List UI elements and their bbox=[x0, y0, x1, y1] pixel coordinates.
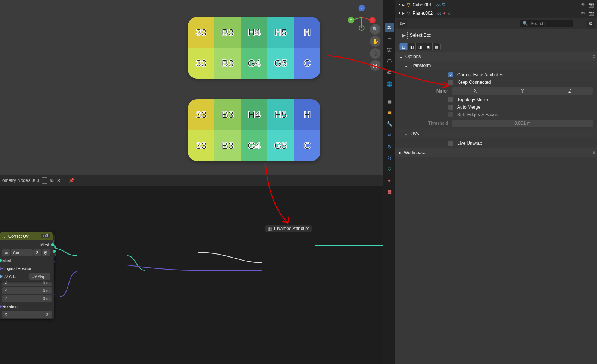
tab-object-icon[interactable]: ▣ bbox=[385, 108, 394, 117]
mesh-icon: ▽ bbox=[407, 2, 410, 8]
tab-world-icon[interactable]: 🌐 bbox=[385, 79, 394, 89]
search-icon: 🔍 bbox=[523, 21, 528, 26]
unlink-icon[interactable]: ✕ bbox=[57, 178, 61, 183]
tab-particles-icon[interactable]: ✶ bbox=[385, 130, 394, 140]
select-mode-extend[interactable]: ◧ bbox=[408, 43, 416, 50]
tab-data-icon[interactable]: ▽ bbox=[385, 164, 394, 174]
correct-face-attributes-label: Correct Face Attributes bbox=[457, 72, 503, 77]
transform-ty[interactable]: Y0 m bbox=[2, 287, 52, 294]
tab-material-icon[interactable]: ● bbox=[385, 175, 394, 185]
panel-uvs[interactable]: UVs bbox=[395, 129, 597, 138]
pan-icon[interactable]: ✋ bbox=[370, 36, 380, 47]
socket-label: Original Position bbox=[2, 266, 32, 271]
transform-tz[interactable]: Z0 m bbox=[2, 295, 52, 302]
select-mode-new[interactable]: ◻ bbox=[399, 43, 408, 50]
expand-icon[interactable]: ▸ bbox=[402, 2, 405, 8]
tag-icon: ▦ bbox=[268, 226, 272, 231]
node-group-users[interactable]: 3 bbox=[33, 249, 41, 256]
svg-text:Y: Y bbox=[350, 18, 352, 22]
eye-icon[interactable]: 👁 bbox=[581, 2, 585, 8]
tab-modifier-icon[interactable]: 🔧 bbox=[385, 119, 394, 129]
properties-tab-strip: 🛠 ▭ 🖼 🖵 🏷 🌐 ▣ ▣ 🔧 ✶ ⊚ ⛓ ▽ ● ▩ bbox=[383, 0, 395, 364]
grid-icon[interactable]: ▦ bbox=[370, 60, 380, 71]
select-mode-invert[interactable]: ▣ bbox=[424, 43, 432, 50]
pin-icon[interactable]: 📌 bbox=[69, 178, 74, 183]
socket-label: Mesh bbox=[40, 243, 50, 247]
node-links bbox=[0, 186, 383, 364]
rotation-label: Rotation: bbox=[2, 304, 19, 309]
live-unwrap-checkbox[interactable] bbox=[448, 141, 453, 146]
render-icon[interactable]: 📷 bbox=[588, 2, 594, 8]
correct-face-attributes-checkbox[interactable]: ✓ bbox=[448, 72, 453, 77]
duplicate-icon[interactable]: ⧉ bbox=[50, 178, 54, 183]
panel-transform[interactable]: Transform bbox=[395, 61, 597, 70]
node-title: Correct UV bbox=[8, 234, 29, 238]
node-canvas[interactable]: Group Input Geometry Position Position C… bbox=[0, 186, 383, 364]
panel-workspace[interactable]: ▸ Workspace⠿ bbox=[395, 148, 597, 157]
render-icon[interactable]: 📷 bbox=[588, 11, 594, 16]
mirror-x[interactable]: X bbox=[452, 87, 499, 95]
mirror-z[interactable]: Z bbox=[546, 87, 593, 95]
tab-output-icon[interactable]: 🖼 bbox=[385, 45, 394, 55]
socket-label: UV Att... bbox=[2, 274, 17, 279]
topology-mirror-checkbox[interactable] bbox=[448, 97, 453, 102]
mirror-y[interactable]: Y bbox=[499, 87, 546, 95]
tab-scene-icon[interactable]: 🏷 bbox=[385, 68, 394, 77]
threshold-field[interactable]: 0.001 m bbox=[452, 120, 593, 127]
material-icon[interactable]: ● bbox=[443, 11, 445, 16]
select-mode-strip: ◻ ◧ ◨ ▣ ▦ bbox=[395, 41, 597, 52]
rendered-object: 3333B3B3H4G4H5G5HC bbox=[188, 99, 320, 161]
mirror-axes: X Y Z bbox=[452, 87, 593, 95]
geonodes-icon[interactable]: ᔕ bbox=[437, 11, 441, 16]
outliner-item[interactable]: •▸ ▽ Cube.001 ᔕ▽ 👁📷 bbox=[399, 1, 594, 9]
outliner-item[interactable]: •▸ ▽ Plane.002 ᔕ●▽ 👁📷 bbox=[399, 9, 594, 17]
tab-collection-icon[interactable]: ▣ bbox=[385, 96, 394, 106]
tab-texture-icon[interactable]: ▩ bbox=[385, 187, 394, 196]
outliner[interactable]: •▸ ▽ Cube.001 ᔕ▽ 👁📷 •▸ ▽ Plane.002 ᔕ●▽ 👁… bbox=[395, 0, 597, 18]
transform-rx[interactable]: X0° bbox=[2, 311, 52, 318]
geonodes-icon[interactable]: ᔕ bbox=[436, 2, 441, 8]
node-group-name[interactable]: Cor... bbox=[11, 249, 33, 256]
tab-render-icon[interactable]: ▭ bbox=[385, 34, 394, 44]
modifier-icon[interactable]: ▽ bbox=[442, 2, 445, 8]
properties-panel: ⧉▾ 🔍 Search ⚙ ▶ Select Box ◻ ◧ ◨ ▣ ▦ Opt… bbox=[395, 18, 597, 364]
mesh-icon: ▽ bbox=[407, 11, 410, 16]
select-mode-intersect[interactable]: ▦ bbox=[432, 43, 441, 50]
named-attribute-tag[interactable]: ▦1 Named Attribute bbox=[265, 225, 312, 232]
select-box-icon: ▶ bbox=[400, 32, 408, 39]
tab-tool-icon[interactable]: 🛠 bbox=[385, 23, 394, 32]
outliner-item-label: Plane.002 bbox=[412, 11, 433, 16]
panel-options[interactable]: Options⠿ bbox=[395, 52, 597, 61]
svg-text:X: X bbox=[371, 18, 374, 22]
socket-label: Mesh bbox=[2, 258, 12, 263]
auto-merge-checkbox[interactable] bbox=[448, 105, 453, 110]
select-mode-subtract[interactable]: ◨ bbox=[416, 43, 424, 50]
modifier-icon[interactable]: ▽ bbox=[447, 11, 451, 16]
node-editor-header: ometry Nodes.003 ⧉ ✕ 📌 bbox=[0, 175, 383, 186]
split-edges-faces-checkbox[interactable] bbox=[448, 112, 453, 117]
group-users-icon[interactable]: ⧉3 bbox=[41, 234, 50, 238]
svg-text:Z: Z bbox=[361, 6, 362, 10]
node-correct-uv[interactable]: Correct UV ⧉3 Mesh ⧉ Cor... 3 ⛨ Mesh Ori… bbox=[0, 232, 53, 281]
zoom-icon[interactable]: 🔍 bbox=[370, 24, 380, 35]
node-editor[interactable]: ometry Nodes.003 ⧉ ✕ 📌 ↶ ⌇ ⌗ ▾ ◍ ▾ ◂ Gro… bbox=[0, 175, 383, 364]
uv-attr-name[interactable]: UVMap bbox=[29, 273, 50, 280]
node-tree-name[interactable]: ometry Nodes.003 bbox=[2, 178, 39, 183]
search-input[interactable]: 🔍 Search bbox=[520, 20, 573, 27]
eye-icon[interactable]: 👁 bbox=[581, 11, 585, 16]
expand-icon[interactable]: ▸ bbox=[402, 11, 405, 16]
keep-connected-checkbox[interactable] bbox=[448, 80, 453, 85]
active-tool-label: Select Box bbox=[410, 33, 431, 38]
camera-icon[interactable]: 🎥 bbox=[370, 48, 380, 59]
outliner-item-label: Cube.001 bbox=[412, 2, 432, 8]
node-group-browse[interactable]: ⧉ bbox=[2, 249, 10, 256]
rendered-object: 3333B3B3H4G4H5G5HC bbox=[188, 17, 320, 79]
filter-icon[interactable]: ⚙ bbox=[586, 20, 595, 28]
display-mode-icon[interactable]: ⧉▾ bbox=[398, 20, 407, 28]
fake-user-icon[interactable] bbox=[42, 177, 47, 184]
fake-user-shield-icon[interactable]: ⛨ bbox=[42, 249, 50, 256]
viewport-3d[interactable]: X Y Z 🔍 ✋ 🎥 ▦ 3333B3B3H4G4H5G5HC3333B3B3… bbox=[0, 0, 383, 175]
tab-constraints-icon[interactable]: ⛓ bbox=[385, 153, 394, 162]
tab-physics-icon[interactable]: ⊚ bbox=[385, 141, 394, 151]
tab-view-layer-icon[interactable]: 🖵 bbox=[385, 56, 394, 66]
